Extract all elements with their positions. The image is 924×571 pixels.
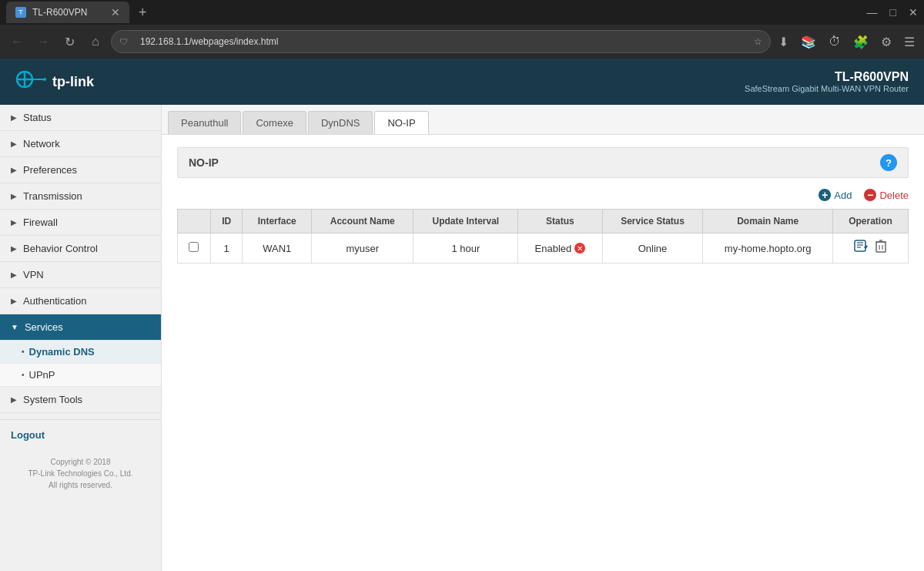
sidebar-label-vpn: VPN [23,269,44,280]
row-status: Enabled ✕ [518,233,602,264]
browser-tab[interactable]: T TL-R600VPN ✕ [6,2,129,23]
extensions-icon[interactable]: 🧩 [850,32,872,52]
row-delete-button[interactable] [875,243,887,256]
url-text: 192.168.1.1/webpages/index.html [132,36,749,47]
sidebar-label-dynamic-dns: Dynamic DNS [29,346,95,358]
arrow-icon: ▶ [11,395,17,404]
add-icon: + [819,189,831,201]
sidebar-item-firewall[interactable]: ▶ Firewall [0,210,161,236]
arrow-icon: ▶ [11,166,17,174]
logo-text: tp-link [52,74,94,90]
tab-dyndns[interactable]: DynDNS [308,111,373,134]
row-account-name: myuser [312,233,413,264]
reload-button[interactable]: ↻ [59,31,80,52]
logout-button[interactable]: Logout [0,419,161,450]
delete-button[interactable]: − Delete [864,189,909,201]
sidebar-item-preferences[interactable]: ▶ Preferences [0,157,161,183]
col-account-name: Account Name [312,210,413,233]
col-interface: Interface [243,210,312,233]
bullet-icon: • [22,371,25,379]
router-model: TL-R600VPN [745,70,909,84]
sidebar-label-services: Services [25,321,63,333]
sidebar-label-authentication: Authentication [23,295,86,307]
sidebar-item-upnp[interactable]: • UPnP [0,364,161,387]
col-domain-name: Domain Name [703,210,833,233]
help-button[interactable]: ? [880,154,897,171]
page-content: NO-IP ? + Add − Delete [162,135,924,276]
arrow-icon: ▶ [11,297,17,305]
tabs-bar: Peanuthull Comexe DynDNS NO-IP [162,105,924,135]
new-tab-button[interactable]: + [139,5,147,21]
bookmarks-icon[interactable]: 📚 [798,32,819,52]
sidebar-submenu-services: • Dynamic DNS • UPnP [0,341,161,387]
arrow-icon: ▶ [11,139,17,148]
tab-comexe[interactable]: Comexe [243,111,306,134]
arrow-icon: ▶ [11,244,17,253]
sidebar-label-behavior-control: Behavior Control [23,243,98,254]
sidebar-label-firewall: Firewall [23,217,58,228]
minimize-button[interactable]: — [867,6,878,18]
delete-label: Delete [879,190,909,201]
arrow-icon: ▶ [11,113,17,122]
router-description: SafeStream Gigabit Multi-WAN VPN Router [745,84,909,93]
add-label: Add [834,190,852,201]
page-title: NO-IP [189,156,219,169]
arrow-icon: ▶ [11,218,17,227]
settings-icon[interactable]: ⚙ [878,32,895,52]
tp-link-icon [15,67,46,97]
close-window-button[interactable]: ✕ [909,6,918,18]
sidebar-item-network[interactable]: ▶ Network [0,131,161,157]
sidebar-item-status[interactable]: ▶ Status [0,105,161,131]
row-interface: WAN1 [243,233,312,264]
tab-peanuthull[interactable]: Peanuthull [168,111,241,134]
logo: tp-link [15,67,94,97]
bookmark-icon[interactable]: ☆ [754,36,762,47]
table-actions: + Add − Delete [177,189,909,201]
menu-icon[interactable]: ☰ [901,32,918,52]
row-id: 1 [210,233,243,264]
arrow-icon: ▶ [11,192,17,200]
sidebar-item-dynamic-dns[interactable]: • Dynamic DNS [0,341,161,364]
col-id: ID [210,210,243,233]
window-controls: — □ ✕ [867,6,918,18]
security-shield-icon: 🛡 [119,37,128,46]
sidebar-item-services[interactable]: ▼ Services [0,314,161,341]
sidebar-item-vpn[interactable]: ▶ VPN [0,262,161,288]
tab-no-ip[interactable]: NO-IP [374,111,428,134]
router-header: tp-link TL-R600VPN SafeStream Gigabit Mu… [0,59,924,105]
bullet-icon: • [22,348,25,356]
back-button[interactable]: ← [6,31,28,52]
dns-table: ID Interface Account Name Update Interva… [177,209,909,264]
svg-rect-9 [876,242,886,252]
sidebar-label-status: Status [23,112,52,123]
forward-button[interactable]: → [32,31,54,52]
status-text: Enabled [535,243,572,254]
row-checkbox[interactable] [189,242,199,252]
add-button[interactable]: + Add [819,189,852,201]
table-row: 1 WAN1 myuser 1 hour Enabled ✕ Online [178,233,909,264]
sidebar-label-transmission: Transmission [23,190,82,202]
address-bar[interactable]: 🛡 192.168.1.1/webpages/index.html ☆ [111,30,771,53]
home-button[interactable]: ⌂ [85,31,106,52]
row-service-status: Online [602,233,703,264]
tab-favicon: T [15,7,26,18]
edit-button[interactable] [854,243,871,256]
copyright-text: Copyright © 2018TP-Link Technologies Co.… [0,450,161,497]
arrow-icon: ▼ [11,323,18,331]
sidebar: ▶ Status ▶ Network ▶ Preferences ▶ Trans… [0,105,162,571]
sidebar-item-authentication[interactable]: ▶ Authentication [0,288,161,314]
sidebar-item-behavior-control[interactable]: ▶ Behavior Control [0,236,161,262]
sidebar-label-preferences: Preferences [23,164,77,176]
col-operation: Operation [833,210,909,233]
tab-title: TL-R600VPN [32,7,87,18]
status-dot-icon: ✕ [574,243,585,254]
router-info: TL-R600VPN SafeStream Gigabit Multi-WAN … [745,70,909,93]
tab-close-button[interactable]: ✕ [111,6,120,18]
row-update-interval: 1 hour [413,233,518,264]
sidebar-item-transmission[interactable]: ▶ Transmission [0,183,161,210]
maximize-button[interactable]: □ [890,6,896,18]
history-icon[interactable]: ⏱ [825,32,844,52]
sidebar-label-network: Network [23,138,60,149]
sidebar-item-system-tools[interactable]: ▶ System Tools [0,387,161,413]
downloads-icon[interactable]: ⬇ [775,32,792,52]
